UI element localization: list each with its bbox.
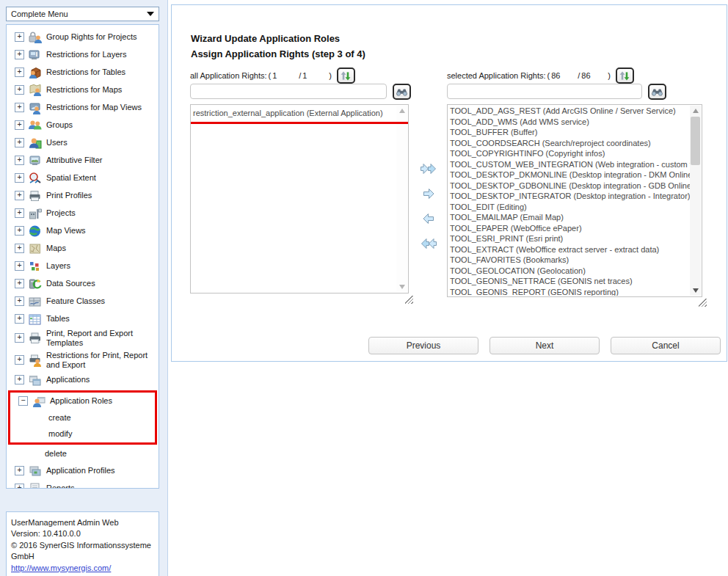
cancel-button[interactable]: Cancel <box>611 337 721 354</box>
scrollbar-thumb[interactable] <box>691 117 700 165</box>
expand-icon[interactable]: + <box>15 208 24 218</box>
expand-icon[interactable]: + <box>15 191 24 200</box>
sidebar-item-print-report-and-export-templates[interactable]: +Print, Report and Export Templates <box>7 327 159 349</box>
scroll-down-icon[interactable] <box>690 285 701 296</box>
sidebar-item-restrictions-for-tables[interactable]: +Restrictions for Tables <box>7 63 159 81</box>
expand-icon[interactable]: + <box>15 85 24 95</box>
sidebar-item-print-profiles[interactable]: +Print Profiles <box>7 186 159 204</box>
list-item[interactable]: TOOL_CUSTOM_WEB_INTEGRATION (Web integra… <box>448 159 690 170</box>
sidebar-item-layers[interactable]: +Layers <box>7 257 159 274</box>
search-input-right[interactable] <box>447 84 642 99</box>
sidebar-item-create[interactable]: create <box>10 410 155 426</box>
scroll-up-icon[interactable] <box>396 106 407 116</box>
expand-icon[interactable]: + <box>15 68 24 77</box>
sidebar-item-delete[interactable]: delete <box>7 446 159 462</box>
list-item[interactable]: TOOL_ADD_WMS (Add WMS service) <box>448 117 690 128</box>
expand-icon[interactable]: + <box>15 103 24 112</box>
list-item[interactable]: TOOL_FAVORITES (Bookmarks) <box>448 255 690 266</box>
next-button[interactable]: Next <box>489 337 600 354</box>
list-item[interactable]: TOOL_EDIT (Editing) <box>448 202 690 213</box>
previous-button[interactable]: Previous <box>368 337 478 354</box>
expand-icon[interactable]: + <box>15 314 24 324</box>
expand-icon[interactable]: + <box>15 296 24 306</box>
move-all-right-button[interactable] <box>419 161 438 178</box>
sidebar-item-attributive-filter[interactable]: +Attributive Filter <box>7 151 159 169</box>
list-item[interactable]: TOOL_EMAILMAP (Email Map) <box>448 212 690 223</box>
sidebar-item-modify[interactable]: modify <box>10 426 155 442</box>
right-list-scrollbar[interactable] <box>690 106 701 296</box>
sidebar-item-spatial-extent[interactable]: +Spatial Extent <box>7 169 159 186</box>
resize-grip-right[interactable] <box>699 299 707 307</box>
sidebar-item-groups[interactable]: +Groups <box>7 116 159 134</box>
collapse-icon[interactable]: − <box>18 396 28 406</box>
sidebar-item-reports[interactable]: +Reports <box>7 480 159 489</box>
sidebar-item-users[interactable]: +Users <box>7 134 159 151</box>
menu-dropdown[interactable]: Complete Menu <box>6 7 159 21</box>
sidebar-item-map-views[interactable]: +Map Views <box>7 222 159 239</box>
sidebar-item-maps[interactable]: +Maps <box>7 239 159 257</box>
sidebar-item-label: Tables <box>46 314 70 324</box>
list-item[interactable]: TOOL_GEONIS_NETTRACE (GEONIS net traces) <box>448 276 690 287</box>
sidebar-item-label: Feature Classes <box>46 296 105 306</box>
search-input-left[interactable] <box>190 84 387 99</box>
move-all-left-button[interactable] <box>419 236 438 253</box>
sidebar-item-label: Restrictions for Layers <box>46 50 126 59</box>
list-item[interactable]: TOOL_COORDSEARCH (Search/reproject coord… <box>448 138 690 149</box>
sidebar-item-restrictions-for-print-report-and-export[interactable]: +Restrictions for Print, Report and Expo… <box>7 349 159 371</box>
expand-icon[interactable]: + <box>15 466 24 475</box>
list-item[interactable]: TOOL_EXTRACT (WebOffice extract server -… <box>448 244 690 255</box>
resize-grip-left[interactable] <box>405 296 413 304</box>
printer-icon <box>27 188 43 203</box>
expand-icon[interactable]: + <box>15 120 24 130</box>
expand-icon[interactable]: + <box>15 333 24 343</box>
sort-refresh-button-left[interactable] <box>337 68 355 84</box>
sidebar-item-projects[interactable]: +Projects <box>7 204 159 222</box>
scroll-up-icon[interactable] <box>690 106 701 116</box>
sidebar-item-feature-classes[interactable]: +Feature Classes <box>7 292 159 310</box>
expand-icon[interactable]: + <box>15 261 24 271</box>
expand-icon[interactable]: + <box>15 244 24 253</box>
move-left-button[interactable] <box>419 211 438 228</box>
sidebar-item-tables[interactable]: +Tables <box>7 310 159 327</box>
find-button-right[interactable] <box>648 84 666 100</box>
selected-rights-listbox[interactable]: TOOL_ADD_AGS_REST (Add ArcGIS Online / S… <box>447 104 702 297</box>
list-item[interactable]: TOOL_EPAPER (WebOffice ePaper) <box>448 223 690 234</box>
list-item[interactable]: TOOL_ADD_AGS_REST (Add ArcGIS Online / S… <box>448 106 690 117</box>
expand-icon[interactable]: + <box>15 279 24 288</box>
find-button-left[interactable] <box>393 84 411 100</box>
list-item[interactable]: TOOL_GEONIS_REPORT (GEONIS reporting) <box>448 287 690 296</box>
expand-icon[interactable]: + <box>15 484 24 489</box>
sidebar-item-group-rights-for-projects[interactable]: +Group Rights for Projects <box>7 28 159 45</box>
move-right-button[interactable] <box>419 186 438 203</box>
expand-icon[interactable]: + <box>15 156 24 165</box>
sidebar-item-application-roles[interactable]: −Application Roles <box>10 393 155 410</box>
expand-icon[interactable]: + <box>15 375 24 384</box>
list-item[interactable]: TOOL_BUFFER (Buffer) <box>448 127 690 138</box>
sidebar-item-data-sources[interactable]: +Data Sources <box>7 274 159 292</box>
expand-icon[interactable]: + <box>15 138 24 147</box>
sidebar-item-restrictions-for-layers[interactable]: +Restrictions for Layers <box>7 45 159 63</box>
list-item[interactable]: TOOL_GEOLOCATION (Geolocation) <box>448 266 690 277</box>
sidebar-item-applications[interactable]: +Applications <box>7 371 159 389</box>
list-item[interactable]: TOOL_DESKTOP_INTEGRATOR (Desktop integra… <box>448 191 690 202</box>
expand-icon[interactable]: + <box>15 173 24 183</box>
sidebar-item-restrictions-for-maps[interactable]: +Restrictions for Maps <box>7 81 159 98</box>
featureclass-icon <box>27 294 43 308</box>
selected-rights-total: 86 <box>581 71 606 80</box>
list-item[interactable]: TOOL_DESKTOP_GDBONLINE (Desktop integrat… <box>448 181 690 192</box>
list-item[interactable]: TOOL_COPYRIGHTINFO (Copyright infos) <box>448 148 690 159</box>
sort-refresh-button-right[interactable] <box>616 68 634 84</box>
list-item[interactable]: restriction_external_application (Extern… <box>191 106 396 120</box>
scroll-down-icon[interactable] <box>396 282 407 292</box>
list-item[interactable]: TOOL_ESRI_PRINT (Esri print) <box>448 233 690 244</box>
expand-icon[interactable]: + <box>15 355 24 365</box>
expand-icon[interactable]: + <box>15 50 24 59</box>
list-item[interactable]: TOOL_DESKTOP_DKMONLINE (Desktop integrat… <box>448 169 690 181</box>
left-list-scrollbar[interactable] <box>396 106 407 292</box>
sidebar-item-application-profiles[interactable]: +Application Profiles <box>7 462 159 480</box>
expand-icon[interactable]: + <box>15 32 24 42</box>
sidebar-item-restrictions-for-map-views[interactable]: +Restrictions for Map Views <box>7 98 159 116</box>
expand-icon[interactable]: + <box>15 226 24 236</box>
vendor-link[interactable]: http://www.mysynergis.com/ <box>11 564 111 572</box>
all-rights-listbox[interactable]: restriction_external_application (Extern… <box>190 104 409 294</box>
